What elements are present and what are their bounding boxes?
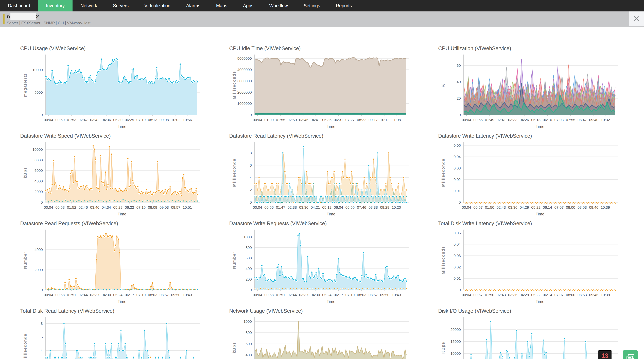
svg-text:09:46: 09:46 [589,205,598,210]
chart-title: Datastore Write Requests (VIWebService) [229,220,434,226]
svg-text:0: 0 [459,113,461,117]
svg-text:00:04: 00:04 [253,293,262,297]
svg-text:01:49: 01:49 [485,118,494,122]
device-status-accent [3,14,4,24]
svg-text:00:04: 00:04 [44,293,53,297]
svg-text:08:00: 08:00 [566,293,575,297]
nav-tab-settings[interactable]: Settings [296,0,328,12]
chart-title: Datastore Read Latency (VIWebService) [229,133,434,139]
chart-card-9: Total Disk Read Latency (VIWebService)02… [16,306,225,359]
svg-text:02:44: 02:44 [78,293,88,297]
svg-text:09:46: 09:46 [589,293,598,297]
svg-text:07:10: 07:10 [345,293,354,297]
svg-text:06:14: 06:14 [543,205,552,210]
nav-tab-servers[interactable]: Servers [105,0,136,12]
svg-text:megaHertz: megaHertz [23,74,28,97]
svg-text:06:22: 06:22 [125,205,134,210]
svg-text:04:26: 04:26 [520,118,529,122]
svg-text:03:42: 03:42 [90,118,99,122]
nav-tab-network[interactable]: Network [72,0,105,12]
device-name-prefix: n [7,14,10,20]
svg-text:8000: 8000 [34,158,43,162]
svg-text:4000: 4000 [34,179,43,183]
svg-text:0: 0 [459,288,461,292]
svg-text:06:14: 06:14 [543,293,552,297]
svg-text:60: 60 [457,64,461,68]
svg-text:05:24: 05:24 [113,293,122,297]
svg-text:0.04: 0.04 [454,155,461,159]
svg-text:06:25: 06:25 [125,118,134,122]
chat-button[interactable] [623,350,638,359]
svg-text:Time: Time [118,299,126,304]
svg-text:4: 4 [41,348,43,352]
svg-text:2000000: 2000000 [237,90,252,94]
svg-text:04:29: 04:29 [520,293,529,297]
svg-text:0.01: 0.01 [454,276,461,280]
svg-text:03:33: 03:33 [508,118,517,122]
svg-text:00:04: 00:04 [44,118,53,122]
svg-text:11:08: 11:08 [392,118,401,122]
svg-text:8: 8 [41,322,43,326]
device-categories: Server | ESXServer | SNMP | CLI | VMware… [7,21,90,26]
svg-text:40: 40 [457,80,461,84]
svg-text:Milliseconds: Milliseconds [232,71,236,99]
chart-card-3: Datastore Write Speed (VIWebService)0200… [16,131,225,218]
svg-text:200: 200 [246,277,252,282]
chart-title: Total Disk Read Latency (VIWebService) [20,308,225,314]
svg-text:04:34: 04:34 [102,205,111,210]
svg-text:00:04: 00:04 [462,205,471,210]
svg-text:00:59: 00:59 [55,118,64,122]
charts-grid: CPU Usage (VIWebService)0500010000megaHe… [0,26,644,359]
nav-tab-inventory[interactable]: Inventory [38,0,72,12]
svg-text:09:08: 09:08 [160,118,169,122]
svg-text:02:38: 02:38 [288,205,297,210]
chart-plot: 010000002000000300000040000005000000Mill… [229,52,414,130]
device-name: n 2 [7,13,39,20]
svg-text:10:12: 10:12 [380,118,390,122]
svg-text:08:00: 08:00 [566,205,575,210]
svg-text:0: 0 [250,200,252,204]
svg-text:10000: 10000 [32,68,43,72]
chart-plot: 00.010.020.030.040.05Milliseconds00:0400… [438,228,623,305]
nav-tab-alarms[interactable]: Alarms [178,0,208,12]
svg-text:09:50: 09:50 [171,293,180,297]
svg-text:08:03: 08:03 [357,293,366,297]
svg-text:08:47: 08:47 [578,118,587,122]
svg-text:Time: Time [536,212,544,216]
chart-title: Datastore Read Requests (VIWebService) [20,220,225,226]
svg-text:09:29: 09:29 [380,205,390,210]
svg-text:09:03: 09:03 [160,205,169,210]
svg-text:2000: 2000 [34,190,43,194]
svg-text:04:29: 04:29 [520,205,529,210]
svg-text:Time: Time [536,124,544,129]
svg-text:00:04: 00:04 [462,118,471,122]
svg-text:0.05: 0.05 [454,231,461,235]
nav-tab-workflow[interactable]: Workflow [261,0,296,12]
svg-text:04:30: 04:30 [102,293,111,297]
nav-tab-maps[interactable]: Maps [208,0,235,12]
nav-tab-reports[interactable]: Reports [328,0,360,12]
svg-text:Time: Time [536,299,544,304]
svg-text:10:20: 10:20 [392,205,401,210]
nav-tab-dashboard[interactable]: Dashboard [0,0,38,12]
svg-text:04:30: 04:30 [311,293,320,297]
alarms-badge[interactable]: 13 Alarms [598,350,612,359]
svg-text:4: 4 [250,176,252,180]
svg-text:08:38: 08:38 [368,205,378,210]
svg-text:20: 20 [457,96,461,100]
chart-title: CPU Usage (VIWebService) [20,46,225,52]
svg-text:0.05: 0.05 [454,144,461,148]
nav-tab-virtualization[interactable]: Virtualization [136,0,178,12]
nav-tab-apps[interactable]: Apps [235,0,261,12]
chart-card-10: Network Usage (VIWebService)020040060080… [225,306,434,359]
svg-text:06:17: 06:17 [334,293,343,297]
svg-text:02:43: 02:43 [496,293,506,297]
svg-text:KBps: KBps [441,342,446,354]
svg-text:00:58: 00:58 [55,205,64,210]
svg-text:03:37: 03:37 [90,293,99,297]
svg-text:07:15: 07:15 [136,205,146,210]
chart-title: Network Usage (VIWebService) [229,308,434,314]
close-button[interactable]: ✕ [629,12,644,26]
svg-text:03:36: 03:36 [508,293,517,297]
svg-text:00:57: 00:57 [473,205,482,210]
